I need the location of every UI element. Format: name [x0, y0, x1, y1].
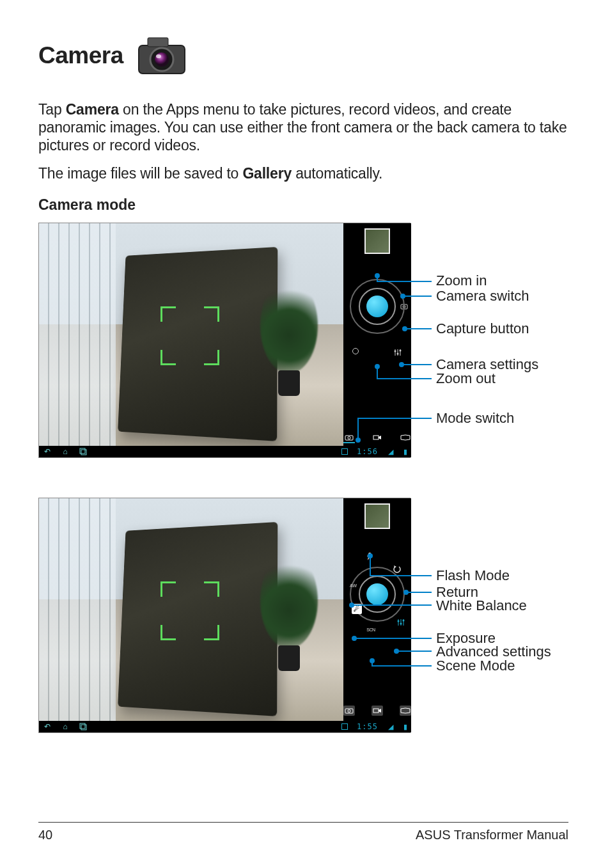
label-zoom-in: Zoom in — [436, 272, 487, 289]
mode-panorama-icon[interactable] — [400, 433, 411, 442]
svg-marker-19 — [367, 553, 371, 560]
label-return: Return — [436, 584, 478, 601]
svg-text:AW: AW — [350, 583, 357, 588]
label-camera-switch: Camera switch — [436, 288, 529, 304]
svg-point-12 — [400, 350, 402, 352]
viewfinder[interactable] — [39, 498, 343, 722]
zoom-out-icon[interactable] — [352, 348, 359, 354]
svg-point-28 — [403, 620, 405, 622]
label-zoom-out: Zoom out — [436, 370, 496, 387]
viewfinder[interactable] — [39, 223, 343, 447]
gallery-thumbnail[interactable] — [364, 228, 390, 254]
mode-panorama-icon[interactable] — [400, 706, 411, 716]
svg-point-3 — [155, 52, 169, 67]
svg-point-11 — [397, 353, 399, 355]
scene-mode-icon[interactable]: SCN — [365, 626, 377, 633]
camera-app-settings-screenshot: AW ☄ SCN ↶ ⌂ — [38, 498, 411, 733]
recent-apps-icon[interactable] — [79, 447, 88, 456]
wifi-icon: ◢ — [388, 448, 393, 456]
label-scene-mode: Scene Mode — [436, 658, 515, 674]
status-clock: 1:55 — [357, 722, 378, 731]
mode-photo-icon[interactable] — [343, 706, 355, 716]
camera-settings-icon[interactable] — [393, 348, 402, 357]
svg-rect-1 — [148, 38, 168, 47]
home-icon[interactable]: ⌂ — [61, 447, 70, 456]
advanced-settings-icon[interactable] — [396, 617, 406, 627]
manual-title: ASUS Transformer Manual — [416, 828, 568, 842]
figure-camera-main: + ↶ ⌂ — [38, 223, 575, 472]
focus-indicator — [160, 581, 219, 640]
mode-video-icon[interactable] — [371, 706, 383, 716]
svg-rect-17 — [80, 448, 85, 454]
subheading-camera-mode: Camera mode — [38, 196, 568, 214]
return-icon[interactable] — [392, 564, 402, 574]
capture-button[interactable] — [366, 296, 388, 317]
text-bold-gallery: Gallery — [242, 165, 292, 182]
text: The image files will be saved to — [38, 165, 242, 182]
svg-marker-16 — [379, 436, 381, 439]
svg-marker-32 — [379, 709, 381, 713]
home-icon[interactable]: ⌂ — [61, 722, 70, 731]
svg-point-26 — [398, 620, 400, 622]
label-capture-button: Capture button — [436, 320, 529, 337]
svg-rect-33 — [80, 723, 85, 729]
back-icon[interactable]: ↶ — [43, 447, 52, 456]
battery-icon: ▮ — [403, 723, 407, 731]
capture-button[interactable] — [366, 583, 388, 605]
svg-text:☄: ☄ — [354, 605, 359, 613]
figure-camera-settings: AW ☄ SCN ↶ ⌂ — [38, 498, 575, 747]
label-mode-switch: Mode switch — [436, 410, 514, 427]
intro-paragraph: Tap Camera on the Apps menu to take pict… — [38, 100, 568, 154]
battery-icon: ▮ — [403, 448, 407, 456]
label-exposure: Exposure — [436, 630, 496, 647]
mode-video-icon[interactable] — [371, 433, 383, 442]
svg-rect-18 — [81, 450, 86, 455]
svg-point-4 — [156, 54, 161, 58]
white-balance-icon[interactable]: AW — [348, 580, 359, 590]
page-title: Camera — [38, 42, 123, 69]
status-clock: 1:56 — [357, 447, 378, 456]
mode-photo-icon[interactable] — [343, 433, 355, 443]
text-bold-camera: Camera — [66, 101, 119, 118]
text: automatically. — [292, 165, 382, 182]
label-advanced-settings: Advanced settings — [436, 643, 551, 660]
intro-paragraph-2: The image files will be saved to Gallery… — [38, 164, 568, 182]
page-footer: 40 ASUS Transformer Manual — [38, 822, 568, 842]
sdcard-icon — [341, 448, 348, 455]
gallery-thumbnail[interactable] — [364, 503, 390, 529]
flash-mode-icon[interactable] — [364, 551, 375, 562]
svg-point-27 — [400, 623, 402, 625]
label-camera-settings: Camera settings — [436, 356, 538, 373]
svg-rect-31 — [373, 709, 379, 713]
camera-app-screenshot: + ↶ ⌂ — [38, 223, 411, 458]
sdcard-icon — [341, 723, 348, 730]
wifi-icon: ◢ — [388, 723, 393, 731]
camera-app-icon — [135, 29, 189, 83]
exposure-icon[interactable]: ☄ — [352, 604, 362, 614]
back-icon[interactable]: ↶ — [43, 722, 52, 731]
system-navbar: ↶ ⌂ 1:56 ◢ ▮ — [39, 446, 411, 457]
focus-indicator — [160, 306, 219, 365]
svg-rect-34 — [81, 725, 86, 730]
svg-point-10 — [395, 351, 396, 352]
label-white-balance: White Balance — [436, 597, 527, 614]
recent-apps-icon[interactable] — [79, 722, 88, 731]
system-navbar: ↶ ⌂ 1:55 ◢ ▮ — [39, 721, 411, 732]
text: Tap — [38, 101, 66, 118]
page-number: 40 — [38, 828, 52, 842]
svg-point-30 — [348, 710, 350, 713]
svg-rect-15 — [373, 436, 379, 439]
label-flash-mode: Flash Mode — [436, 567, 510, 584]
svg-point-14 — [348, 437, 350, 439]
